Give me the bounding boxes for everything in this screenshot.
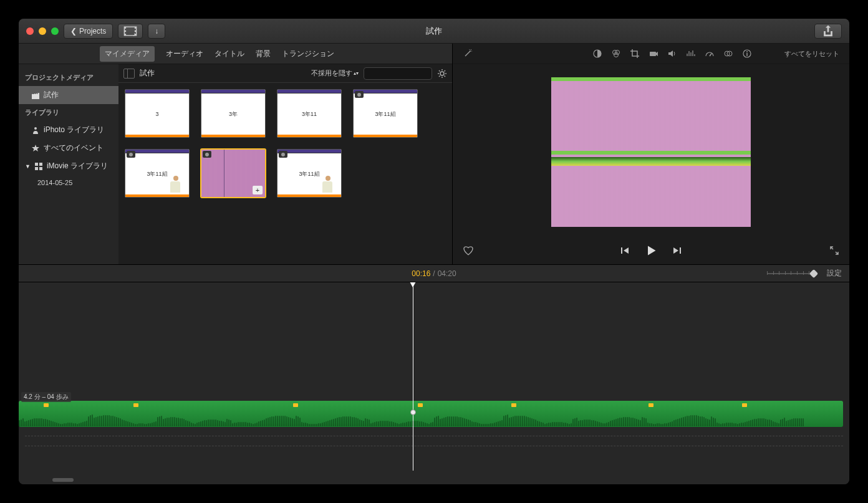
timeline-settings-button[interactable]: 設定 <box>827 268 842 279</box>
clip-thumb-selected[interactable]: + <box>201 149 266 198</box>
timeline-header: 00:16/04:20 設定 <box>19 265 849 282</box>
minimize-button[interactable] <box>39 27 46 35</box>
clip-thumb[interactable]: 3 <box>125 89 190 138</box>
browser-pane: マイメディア オーディオ タイトル 背景 トランジション プロジェクトメディア … <box>19 44 453 264</box>
sidebar-item-label: 試作 <box>44 90 59 100</box>
preview-frame[interactable] <box>551 77 751 227</box>
info-button[interactable] <box>742 49 752 59</box>
sidebar-item-event-date[interactable]: 2014-05-25 <box>19 175 118 190</box>
stabilization-button[interactable] <box>649 49 658 59</box>
clip-thumb[interactable]: 3年11組 <box>125 149 190 198</box>
person-figure <box>170 176 181 194</box>
tab-my-media[interactable]: マイメディア <box>100 46 155 62</box>
svg-rect-47 <box>621 247 622 254</box>
content-toolbar: 試作 不採用を隠す ▴▾ ⌕ <box>118 64 452 83</box>
filter-dropdown[interactable]: 不採用を隠す ▴▾ <box>311 69 359 78</box>
playback-controls <box>453 239 849 264</box>
fullscreen-button[interactable] <box>829 246 839 258</box>
svg-rect-3 <box>125 34 127 36</box>
guide-line <box>25 436 843 436</box>
tab-transitions[interactable]: トランジション <box>282 49 334 59</box>
marker-icon <box>44 403 49 407</box>
sidebar-toggle-button[interactable] <box>123 69 135 79</box>
svg-rect-1 <box>125 27 127 29</box>
prev-button[interactable] <box>620 246 630 258</box>
tab-backgrounds[interactable]: 背景 <box>256 49 271 59</box>
camera-badge-icon <box>279 151 287 158</box>
clip-thumb[interactable]: 3年11組 <box>353 89 418 138</box>
sidebar-item-imovie-library[interactable]: ▼ iMovie ライブラリ <box>19 157 118 175</box>
clip-filter-button[interactable] <box>723 49 733 59</box>
viewer-toolbar: すべてをリセット <box>453 44 849 64</box>
svg-line-22 <box>439 70 440 72</box>
gear-button[interactable] <box>437 69 447 79</box>
tab-titles[interactable]: タイトル <box>215 49 244 59</box>
sidebar-item-label: iMovie ライブラリ <box>47 161 108 171</box>
download-icon: ↓ <box>155 27 158 36</box>
film-icon: ♪ <box>123 24 137 38</box>
maximize-button[interactable] <box>51 27 59 35</box>
clip-text: 3年11 <box>277 93 341 135</box>
svg-line-9 <box>33 93 34 94</box>
svg-rect-13 <box>35 163 38 166</box>
total-time: 04:20 <box>438 269 456 278</box>
favorite-button[interactable] <box>463 245 474 259</box>
horizontal-scrollbar[interactable] <box>52 478 74 482</box>
play-button[interactable] <box>645 244 657 259</box>
clip-thumb[interactable]: 3年11組 <box>277 149 342 198</box>
person-icon <box>31 126 40 135</box>
add-icon[interactable]: + <box>253 186 263 194</box>
share-icon <box>821 24 835 38</box>
svg-line-24 <box>439 75 440 77</box>
close-button[interactable] <box>26 27 34 35</box>
playhead[interactable] <box>413 282 413 471</box>
color-balance-button[interactable] <box>592 49 602 59</box>
sidebar-item-project[interactable]: 試作 <box>19 86 118 104</box>
camera-badge-icon <box>127 151 135 158</box>
crop-button[interactable] <box>630 49 640 59</box>
timeline[interactable]: 4.2 分 – 04 歩み <box>19 282 849 484</box>
svg-rect-15 <box>35 167 38 170</box>
clip-thumb[interactable]: 3年11 <box>277 89 342 138</box>
chevron-left-icon: ❮ <box>70 27 77 36</box>
tab-audio[interactable]: オーディオ <box>166 49 203 59</box>
svg-line-28 <box>471 49 471 50</box>
marker-icon <box>293 403 298 407</box>
sidebar-header-library: ライブラリ <box>19 104 118 121</box>
sidebar-header-project: プロジェクトメディア <box>19 69 118 86</box>
audio-track[interactable]: 4.2 分 – 04 歩み <box>19 401 843 427</box>
sidebar-item-all-events[interactable]: すべてのイベント <box>19 139 118 157</box>
volume-button[interactable] <box>667 49 677 59</box>
waveform <box>19 414 843 426</box>
sidebar-item-iphoto[interactable]: iPhoto ライブラリ <box>19 121 118 139</box>
content-title: 試作 <box>140 68 155 79</box>
clip-text: 3 <box>125 93 189 135</box>
camera-badge-icon <box>355 91 364 98</box>
zoom-slider[interactable] <box>767 270 817 277</box>
svg-rect-16 <box>39 167 42 170</box>
speed-button[interactable] <box>705 49 715 59</box>
disclosure-triangle-icon[interactable]: ▼ <box>25 163 31 170</box>
viewer-pane: すべてをリセット <box>453 44 849 264</box>
search-input[interactable] <box>364 67 432 80</box>
svg-point-45 <box>746 51 748 52</box>
svg-line-26 <box>465 51 470 56</box>
reset-all-button[interactable]: すべてをリセット <box>784 49 839 59</box>
magic-wand-button[interactable] <box>463 49 473 59</box>
library-view-button[interactable]: ♪ <box>118 24 143 39</box>
next-button[interactable] <box>672 246 682 258</box>
clip-thumb[interactable]: 3年 <box>201 89 266 138</box>
search-wrap: ⌕ <box>364 67 432 80</box>
back-projects-button[interactable]: ❮ Projects <box>64 24 113 39</box>
import-button[interactable]: ↓ <box>148 24 165 39</box>
traffic-lights <box>26 27 59 35</box>
time-display: 00:16/04:20 <box>412 269 456 278</box>
sidebar-item-label: すべてのイベント <box>44 143 104 153</box>
svg-rect-2 <box>125 30 127 32</box>
svg-line-25 <box>445 70 446 72</box>
svg-line-23 <box>445 75 446 77</box>
noise-reduction-button[interactable] <box>686 49 696 59</box>
share-button[interactable] <box>814 24 842 39</box>
color-correction-button[interactable] <box>611 49 621 59</box>
current-time: 00:16 <box>412 269 430 278</box>
